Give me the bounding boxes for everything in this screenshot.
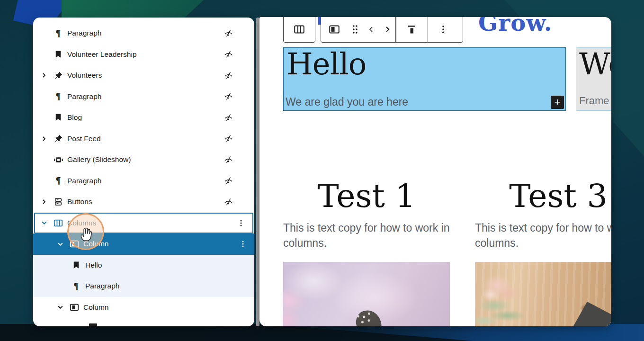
vertical-align-top-icon[interactable]	[396, 17, 428, 42]
list-item-label: Blog	[67, 113, 82, 122]
list-item-label: Paragraph	[67, 177, 101, 185]
chevron-right-icon[interactable]	[37, 72, 51, 78]
chevron-down-icon[interactable]	[53, 241, 67, 247]
frame-subtext[interactable]: Frame i	[579, 95, 611, 107]
move-left-chevron-icon[interactable]	[363, 17, 379, 42]
buttons-icon	[51, 197, 65, 206]
list-item-label: Paragraph	[85, 282, 119, 290]
chevron-down-icon[interactable]	[53, 304, 67, 310]
list-item-label: Volunteer Leadership	[67, 50, 137, 59]
hidden-eye-icon[interactable]	[224, 65, 233, 86]
columns-icon	[293, 23, 305, 36]
frame-heading[interactable]: Wo	[579, 48, 611, 80]
column-image-tulips[interactable]	[475, 262, 611, 326]
column-body-text[interactable]: This is text copy for how to work in col…	[283, 221, 450, 251]
block-toolbar	[321, 17, 463, 43]
clipped-next-row-icon	[89, 323, 97, 326]
list-item-label: Volunteers	[67, 71, 102, 80]
clipped-heading: Grow.	[478, 17, 553, 36]
toolbar-column-block-button[interactable]	[321, 17, 347, 42]
column-heading-test-3[interactable]: Test 3	[475, 177, 611, 215]
hello-column-block[interactable]: Hello We are glad you are here +	[283, 47, 566, 111]
columns-icon	[51, 218, 65, 228]
pin-icon	[51, 71, 65, 80]
list-item-label: Paragraph	[67, 92, 101, 101]
list-item-label: Paragraph	[67, 29, 101, 37]
list-item-post-feed[interactable]: Post Feed	[33, 128, 254, 150]
hidden-eye-icon[interactable]	[224, 149, 233, 170]
hidden-eye-icon[interactable]	[224, 86, 233, 108]
leaves-detail	[475, 294, 537, 326]
list-item-paragraph[interactable]: ¶ Paragraph	[33, 23, 254, 44]
dark-object-detail	[571, 302, 611, 326]
click-indicator-ring	[67, 213, 104, 250]
list-item-column-selected[interactable]: Column	[33, 233, 254, 255]
list-item-paragraph[interactable]: ¶ Paragraph	[33, 86, 254, 108]
hidden-eye-icon[interactable]	[224, 23, 233, 44]
frame-column-block[interactable]: Wo Frame i	[576, 47, 611, 111]
flag-icon	[51, 50, 65, 59]
move-right-chevron-icon[interactable]	[379, 17, 395, 42]
paragraph-icon: ¶	[69, 281, 83, 291]
list-item-label: Column	[83, 303, 108, 312]
hidden-eye-icon[interactable]	[224, 191, 233, 213]
column-icon	[67, 302, 81, 313]
options-ellipsis-icon[interactable]	[239, 233, 247, 255]
options-ellipsis-icon[interactable]	[428, 17, 458, 42]
options-ellipsis-icon[interactable]	[237, 214, 245, 233]
paragraph-icon: ¶	[51, 28, 65, 38]
column-heading-test-1[interactable]: Test 1	[283, 177, 450, 215]
scrollbar[interactable]	[256, 18, 259, 326]
gallery-icon	[51, 155, 65, 165]
editor-canvas: Grow. Hello We are glad you are here	[259, 17, 611, 326]
chevron-down-icon[interactable]	[37, 220, 51, 226]
hidden-eye-icon[interactable]	[224, 107, 233, 128]
hidden-eye-icon[interactable]	[224, 170, 233, 192]
column-image-flowers[interactable]	[283, 262, 450, 326]
paragraph-icon: ¶	[51, 176, 65, 186]
column-body-text[interactable]: This is text copy for how to work in col…	[475, 221, 611, 251]
chevron-right-icon[interactable]	[37, 136, 51, 142]
pin-icon	[51, 134, 65, 143]
toolbar-select-parent-button[interactable]	[283, 17, 315, 43]
list-item-label: Buttons	[67, 197, 92, 206]
chevron-right-icon[interactable]	[37, 199, 51, 205]
list-item-gallery-slideshow[interactable]: Gallery (Slideshow)	[33, 149, 254, 170]
list-item-blog[interactable]: Blog	[33, 107, 254, 128]
list-item-label: Post Feed	[67, 135, 101, 143]
hello-heading[interactable]: Hello	[286, 49, 366, 79]
list-item-hello[interactable]: Hello	[33, 255, 254, 276]
flag-icon	[69, 261, 83, 269]
list-item-label: Hello	[85, 261, 102, 269]
list-item-label: Gallery (Slideshow)	[67, 155, 131, 164]
paragraph-icon: ¶	[51, 91, 65, 101]
block-appender-plus-button[interactable]: +	[551, 96, 564, 109]
drag-handle-icon[interactable]	[347, 17, 363, 42]
hidden-eye-icon[interactable]	[224, 128, 233, 150]
butterfly-detail	[354, 308, 385, 326]
hidden-eye-icon[interactable]	[224, 44, 233, 65]
list-view-panel: ¶ Paragraph Volunteer Leadership Volunte…	[33, 18, 254, 326]
hand-cursor-icon	[78, 225, 94, 242]
hello-subtext[interactable]: We are glad you are here	[286, 96, 408, 108]
list-item-column[interactable]: Column	[33, 297, 254, 318]
list-item-paragraph[interactable]: ¶ Paragraph	[33, 276, 254, 297]
list-item-volunteers[interactable]: Volunteers	[33, 65, 254, 86]
list-item-buttons[interactable]: Buttons	[33, 191, 254, 213]
list-item-volunteer-leadership[interactable]: Volunteer Leadership	[33, 44, 254, 65]
flag-icon	[51, 113, 65, 122]
list-item-paragraph[interactable]: ¶ Paragraph	[33, 170, 254, 192]
